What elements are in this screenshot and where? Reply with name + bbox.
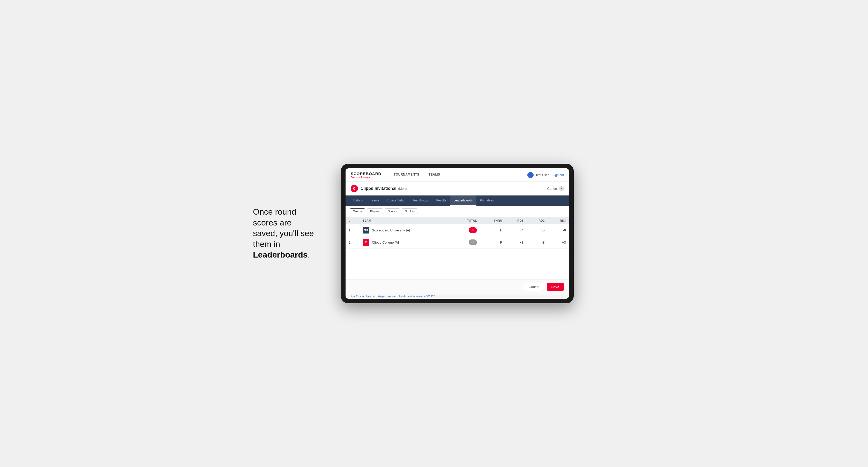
sub-nav-course-setup[interactable]: Course Setup — [383, 195, 409, 206]
team-name-1: Scoreboard University [A] — [372, 228, 410, 232]
filter-players-button[interactable]: Players — [367, 209, 383, 214]
url-bar: https://stage-blue-coach.stagescoreboard… — [345, 294, 569, 299]
col-rd1: RD1 — [505, 217, 527, 224]
table-header-row: # TEAM TOTAL THRU RD1 RD2 RD3 — [345, 217, 569, 224]
leaderboard-table: # TEAM TOTAL THRU RD1 RD2 RD3 1 — [345, 217, 569, 249]
footer-save-button[interactable]: Save — [547, 283, 564, 291]
sub-nav-leaderboards[interactable]: Leaderboards — [450, 195, 476, 206]
tablet-screen: SCOREBOARD Powered by clippd TOURNAMENTS… — [345, 168, 569, 299]
sidebar-text-line1: Once round — [253, 207, 296, 216]
sidebar-text-bold: Leaderboards — [253, 250, 308, 259]
tournament-icon: C — [351, 185, 358, 192]
footer-cancel-button[interactable]: Cancel — [524, 283, 544, 291]
col-thru: THRU — [480, 217, 505, 224]
sidebar-text-line4: them in — [253, 240, 280, 249]
col-rank: # — [345, 217, 360, 224]
col-team: TEAM — [360, 217, 452, 224]
table-wrapper: # TEAM TOTAL THRU RD1 RD2 RD3 1 — [345, 217, 569, 280]
sub-nav-details[interactable]: Details — [350, 195, 367, 206]
nav-tabs: TOURNAMENTS TEAMS — [389, 168, 444, 182]
sign-out-link[interactable]: Sign out — [553, 173, 564, 177]
tablet-frame: SCOREBOARD Powered by clippd TOURNAMENTS… — [341, 164, 574, 303]
rd2-1: +5 — [527, 224, 548, 236]
team-cell-1: SU Scoreboard University [A] — [360, 224, 452, 236]
sub-nav-teams[interactable]: Teams — [367, 195, 383, 206]
rank-2: 2 — [345, 236, 360, 249]
logo-area: SCOREBOARD Powered by clippd — [351, 172, 381, 179]
table-row: 1 SU Scoreboard University [A] -5 F — [345, 224, 569, 236]
sidebar-text-line3: saved, you'll see — [253, 228, 314, 238]
nav-tab-teams[interactable]: TEAMS — [424, 168, 445, 182]
thru-2: F — [480, 236, 505, 249]
sidebar-text-line2: scores are — [253, 218, 291, 227]
team-logo-1: SU — [363, 227, 369, 234]
filter-teams-button[interactable]: Teams — [350, 209, 365, 214]
filter-scores-button[interactable]: Scores — [384, 209, 400, 214]
team-name-2: Clippd College [A] — [372, 241, 399, 244]
logo-text: SCOREBOARD — [351, 172, 381, 176]
tournament-title: Clippd Invitational — [361, 186, 397, 191]
cancel-header-button[interactable]: Cancel ✕ — [547, 186, 564, 191]
thru-1: F — [480, 224, 505, 236]
nav-tab-tournaments[interactable]: TOURNAMENTS — [389, 168, 424, 182]
cancel-label: Cancel — [547, 187, 558, 191]
table-row: 2 C Clippd College [A] +3 F — [345, 236, 569, 249]
sub-nav: Details Teams Course Setup Tee Groups Re… — [345, 195, 569, 206]
page-wrapper: Once round scores are saved, you'll see … — [253, 164, 615, 303]
rd1-2: +8 — [505, 236, 527, 249]
filter-strokes-button[interactable]: Strokes — [402, 209, 418, 214]
logo-sub: Powered by clippd — [351, 176, 381, 179]
sidebar-text-period: . — [308, 250, 310, 259]
nav-right: S Test User | Sign out — [527, 172, 564, 178]
filter-bar: Teams Players Scores Strokes — [345, 206, 569, 217]
table-empty-space — [345, 249, 569, 280]
team-logo-2: C — [363, 239, 369, 246]
rd3-2: +3 — [548, 236, 569, 249]
sidebar-description: Once round scores are saved, you'll see … — [253, 207, 326, 260]
modal-footer: Cancel Save — [345, 280, 569, 294]
score-badge-1: -5 — [469, 227, 477, 233]
total-2: +3 — [452, 236, 480, 249]
sub-nav-tee-groups[interactable]: Tee Groups — [409, 195, 432, 206]
rd1-1: -4 — [505, 224, 527, 236]
sub-nav-printables[interactable]: Printables — [476, 195, 497, 206]
logo-sub-prefix: Powered by — [351, 176, 365, 179]
tournament-subtitle: (Men) — [398, 187, 407, 191]
rank-1: 1 — [345, 224, 360, 236]
top-nav: SCOREBOARD Powered by clippd TOURNAMENTS… — [345, 168, 569, 182]
rd2-2: -8 — [527, 236, 548, 249]
rd3-1: -6 — [548, 224, 569, 236]
score-badge-2: +3 — [469, 240, 477, 245]
col-total: TOTAL — [452, 217, 480, 224]
cancel-x-icon[interactable]: ✕ — [559, 186, 564, 191]
col-rd3: RD3 — [548, 217, 569, 224]
total-1: -5 — [452, 224, 480, 236]
col-rd2: RD2 — [527, 217, 548, 224]
user-name: Test User | — [536, 173, 550, 177]
url-text: https://stage-blue-coach.stagescoreboard… — [350, 295, 435, 298]
logo-brand: clippd — [365, 176, 371, 179]
tournament-header: C Clippd Invitational (Men) Cancel ✕ — [345, 182, 569, 195]
team-cell-2: C Clippd College [A] — [360, 236, 452, 249]
user-avatar: S — [527, 172, 534, 178]
sub-nav-results[interactable]: Results — [432, 195, 450, 206]
